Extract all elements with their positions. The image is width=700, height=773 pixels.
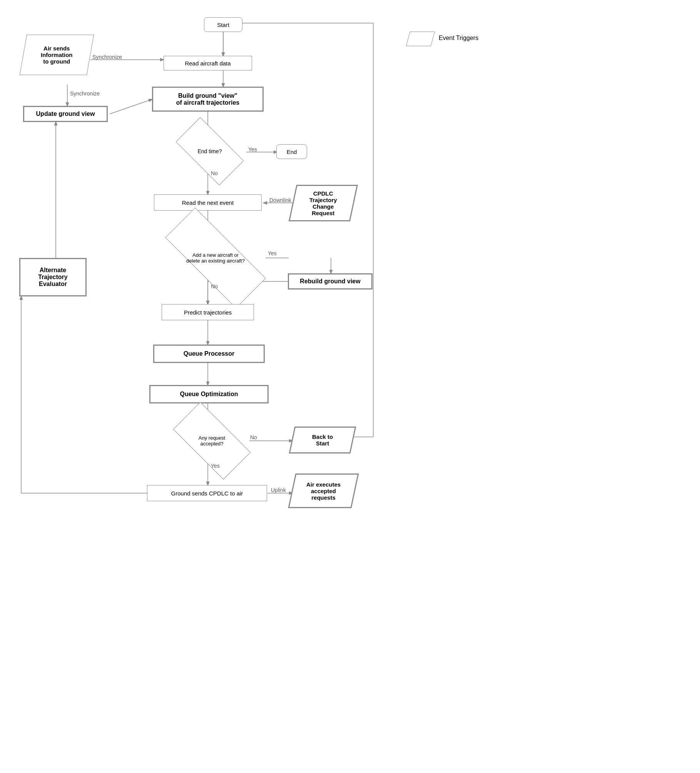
cpdlc-traj-node: CPDLC Trajectory Change Request [289,185,358,221]
add-delete-diamond: Add a new aircraft or delete an existing… [165,237,266,279]
downlink-label: Downlink [269,197,291,203]
flowchart: Start Read aircraft data Build ground "v… [0,0,700,773]
air-sends-label: Air sends Information to ground [41,45,73,65]
yes-end-label: Yes [248,146,257,152]
start-label: Start [217,22,229,28]
uplink-label: Uplink [271,487,286,493]
add-delete-label: Add a new aircraft or delete an existing… [186,252,245,264]
read-next-event-label: Read the next event [182,199,234,206]
any-request-diamond: Any request accepted? [176,422,247,460]
cpdlc-traj-label: CPDLC Trajectory Change Request [309,190,337,216]
end-label: End [287,149,297,155]
yes-rebuild-label: Yes [268,250,277,256]
read-next-event-node: Read the next event [154,194,262,211]
predict-traj-node: Predict trajectories [162,304,254,320]
ground-sends-node: Ground sends CPDLC to air [147,485,267,501]
any-request-label: Any request accepted? [199,435,225,447]
queue-proc-label: Queue Processor [184,350,235,357]
ground-sends-label: Ground sends CPDLC to air [171,490,243,497]
legend-shape [406,32,435,46]
air-executes-label: Air executes accepted requests [306,481,341,501]
build-ground-label: Build ground "view" of aircraft trajecto… [176,92,240,106]
end-time-label: End time? [197,148,222,154]
svg-line-23 [110,99,152,114]
update-ground-label: Update ground view [36,110,95,117]
air-sends-node: Air sends Information to ground [20,35,94,75]
queue-processor-node: Queue Processor [153,345,265,363]
yes-request-label: Yes [211,463,220,469]
alt-traj-label: Alternate Trajectory Evaluator [38,267,67,288]
read-aircraft-node: Read aircraft data [164,56,252,70]
synchronize2-label: Synchronize [70,90,100,97]
update-ground-node: Update ground view [23,106,108,122]
back-to-start-label: Back to Start [312,433,333,447]
no-request-label: No [250,434,257,440]
legend-label: Event Triggers [439,35,478,42]
no-end-label: No [211,170,218,176]
predict-label: Predict trajectories [184,309,232,316]
queue-opt-label: Queue Optimization [180,391,238,398]
no-predict-label: No [211,283,218,289]
synchronize1-label: Synchronize [92,54,122,60]
alt-traj-node: Alternate Trajectory Evaluator [19,258,87,296]
build-ground-node: Build ground "view" of aircraft trajecto… [152,87,264,112]
rebuild-ground-label: Rebuild ground view [300,278,360,285]
end-node: End [276,144,307,159]
queue-optimization-node: Queue Optimization [149,385,269,403]
back-to-start-node: Back to Start [289,427,356,453]
rebuild-ground-node: Rebuild ground view [288,273,373,289]
start-node: Start [204,17,242,32]
read-aircraft-label: Read aircraft data [185,60,231,67]
air-executes-node: Air executes accepted requests [288,474,359,508]
end-time-diamond: End time? [179,134,241,169]
